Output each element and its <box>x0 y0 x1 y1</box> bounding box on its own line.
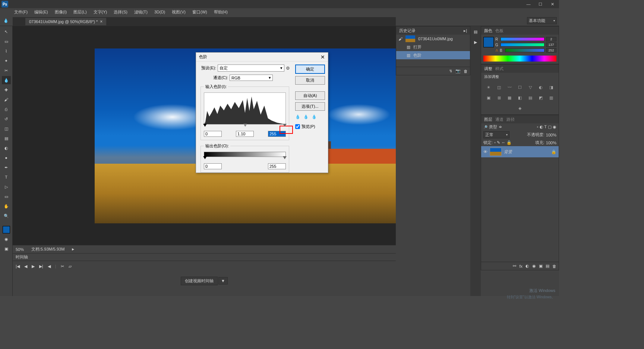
threshold-icon[interactable]: ◩ <box>537 94 544 101</box>
timeline-prev[interactable]: ◀ <box>24 264 27 269</box>
create-video-timeline-button[interactable]: 创建视频时间轴 <box>181 277 218 285</box>
menu-view[interactable]: 视图(V) <box>170 9 187 15</box>
vibrance-icon[interactable]: ▽ <box>527 84 534 91</box>
gradient-icon[interactable]: ▥ <box>548 94 555 101</box>
menu-type[interactable]: 文字(Y) <box>92 9 109 15</box>
group-icon[interactable]: ▣ <box>539 264 543 268</box>
b-value[interactable]: 252 <box>546 48 556 53</box>
menu-help[interactable]: 帮助(H) <box>212 9 229 15</box>
brightness-icon[interactable]: ☀ <box>485 84 492 91</box>
menu-file[interactable]: 文件(F) <box>13 9 29 15</box>
menu-3d[interactable]: 3D(D) <box>153 10 167 14</box>
dialog-title-bar[interactable]: 色阶 ✕ <box>196 53 328 62</box>
output-white-value[interactable] <box>268 163 286 169</box>
eyedropper-tool[interactable]: 💧 <box>2 76 11 84</box>
hue-icon[interactable]: ◐ <box>537 84 544 91</box>
timeline-cut[interactable]: ✂ <box>61 264 64 269</box>
menu-edit[interactable]: 编辑(E) <box>33 9 50 15</box>
workspace-select[interactable]: 基本功能▾ <box>527 17 557 24</box>
wand-tool[interactable]: ✦ <box>2 57 11 65</box>
history-file[interactable]: 🖌 073641Uo0MM.jpg <box>396 35 470 43</box>
foreground-color[interactable] <box>3 226 10 233</box>
new-layer-icon[interactable]: ▤ <box>546 264 549 268</box>
invert-icon[interactable]: ◧ <box>517 94 523 101</box>
gear-icon[interactable]: ⚙ <box>286 66 290 71</box>
history-step-levels[interactable]: ▥色阶 <box>396 51 470 59</box>
marquee-tool[interactable]: ▭ <box>2 37 11 45</box>
timeline-trans[interactable]: ▱ <box>69 264 72 269</box>
dock-history-icon[interactable]: ▤ <box>471 28 480 36</box>
history-step-open[interactable]: ▥打开 <box>396 43 470 51</box>
path-tool[interactable]: ▷ <box>2 183 11 191</box>
dock-actions-icon[interactable]: ▶ <box>471 38 480 46</box>
curves-icon[interactable]: 〰 <box>506 84 513 91</box>
cancel-button[interactable]: 取消 <box>295 76 325 85</box>
input-black-value[interactable] <box>204 131 222 137</box>
ok-button[interactable]: 确定 <box>295 65 325 74</box>
type-tool[interactable]: T <box>2 173 11 181</box>
gray-eyedropper-icon[interactable]: 💧 <box>303 114 309 119</box>
r-slider[interactable] <box>501 37 544 41</box>
delete-layer-icon[interactable]: 🗑 <box>552 264 556 268</box>
mask-icon[interactable]: ◐ <box>525 264 529 268</box>
timeline-last[interactable]: ◀ <box>48 264 51 269</box>
blend-mode-select[interactable]: 正常▾ <box>483 131 509 138</box>
zoom-level[interactable]: 50% <box>16 247 24 252</box>
output-gradient[interactable] <box>204 152 286 157</box>
color-tab[interactable]: 颜色 <box>484 28 492 34</box>
link-icon[interactable]: ⚯ <box>513 264 516 268</box>
layer-background[interactable]: 👁 背景 🔒 <box>481 146 559 157</box>
preview-checkbox[interactable]: 预览(P) <box>295 124 325 129</box>
opacity-value[interactable]: 100% <box>546 133 556 137</box>
posterize-icon[interactable]: ▤ <box>527 94 534 101</box>
color-swatch[interactable] <box>483 37 494 47</box>
eraser-tool[interactable]: ◫ <box>2 125 11 133</box>
adjust-layer-icon[interactable]: ◉ <box>532 264 536 268</box>
r-value[interactable]: 2 <box>546 37 556 41</box>
shape-tool[interactable]: ▭ <box>2 192 11 201</box>
g-value[interactable]: 137 <box>546 43 556 47</box>
document-tab[interactable]: 073641Uo0MM.jpg @ 50%(RGB/8*) * × <box>25 18 106 25</box>
screenmode-tool[interactable]: ▣ <box>2 245 11 253</box>
hand-tool[interactable]: ✋ <box>2 202 11 210</box>
quickmask-tool[interactable]: ◉ <box>2 235 11 243</box>
preset-select[interactable]: 自定▾ <box>218 65 284 72</box>
minimize-button[interactable]: — <box>523 1 534 7</box>
menu-layer[interactable]: 图层(L) <box>72 9 88 15</box>
stamp-tool[interactable]: ⎙ <box>2 105 11 113</box>
move-tool[interactable]: ↖ <box>2 28 11 36</box>
g-slider[interactable] <box>501 43 544 47</box>
zoom-tool[interactable]: 🔍 <box>2 212 11 220</box>
fx-icon[interactable]: fx <box>519 264 523 268</box>
pen-tool[interactable]: ✒ <box>2 163 11 172</box>
history-brush-tool[interactable]: ↺ <box>2 115 11 123</box>
spectrum-bar[interactable] <box>483 56 556 62</box>
timeline-dropdown[interactable]: ▼ <box>218 277 228 284</box>
output-black-slider[interactable] <box>203 156 207 159</box>
menu-select[interactable]: 选择(S) <box>112 9 129 15</box>
layers-tab[interactable]: 图层 <box>484 117 492 122</box>
black-eyedropper-icon[interactable]: 💧 <box>295 114 300 119</box>
dodge-tool[interactable]: ● <box>2 154 11 162</box>
output-white-slider[interactable] <box>283 156 287 159</box>
levels-icon[interactable]: ◫ <box>496 84 502 91</box>
close-tab-icon[interactable]: × <box>100 19 102 24</box>
paths-tab[interactable]: 路径 <box>506 117 515 122</box>
colorlookup-icon[interactable]: ▦ <box>506 94 513 101</box>
gradient-tool[interactable]: ▤ <box>2 134 11 142</box>
channel-select[interactable]: RGB▾ <box>230 75 273 81</box>
highlight-slider[interactable] <box>283 124 287 127</box>
styles-tab[interactable]: 样式 <box>495 66 503 72</box>
b-slider[interactable] <box>505 48 544 52</box>
close-button[interactable]: ✕ <box>547 1 558 7</box>
visibility-icon[interactable]: 👁 <box>483 150 487 154</box>
selective-icon[interactable]: ◈ <box>517 105 523 111</box>
heal-tool[interactable]: ✚ <box>2 86 11 94</box>
maximize-button[interactable]: ☐ <box>535 1 546 7</box>
swatches-tab[interactable]: 色板 <box>495 28 503 34</box>
midtone-slider[interactable] <box>243 124 247 127</box>
timeline-play[interactable]: ▶ <box>32 264 35 269</box>
camera-icon[interactable]: 📷 <box>455 69 461 73</box>
blur-tool[interactable]: ◐ <box>2 144 11 152</box>
snapshot-icon[interactable]: ↯ <box>449 69 452 73</box>
